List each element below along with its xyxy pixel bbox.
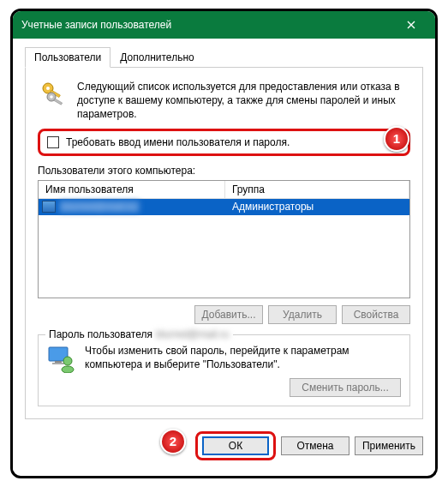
password-legend: Пароль пользователя blurred@mail.ru [45,328,233,340]
tab-users[interactable]: Пользователи [25,47,111,68]
user-row[interactable]: blurred@mail.ru Администраторы [39,199,409,215]
group-cell: Администраторы [225,201,409,213]
cancel-button[interactable]: Отмена [281,436,349,455]
ok-button[interactable]: ОК [202,436,269,455]
dialog-window: Учетные записи пользователей Пользовател… [10,9,438,478]
change-password-button[interactable]: Сменить пароль... [290,378,401,397]
annotation-badge-1: 1 [384,126,409,152]
username-value: blurred@mail.ru [59,201,140,213]
intro-row: Следующий список используется для предос… [38,80,410,122]
close-button[interactable] [396,13,427,37]
remove-button[interactable]: Удалить [268,305,337,324]
password-legend-user: blurred@mail.ru [156,328,230,340]
listview-header: Имя пользователя Группа [39,181,409,199]
svg-rect-5 [54,99,63,105]
password-legend-prefix: Пароль пользователя [49,328,152,340]
close-icon [407,21,415,29]
password-text: Чтобы изменить свой пароль, перейдите к … [85,344,401,371]
dialog-body: Пользователи Дополнительно Следующий спи… [13,39,435,471]
intro-text: Следующий список используется для предос… [77,80,410,122]
window-title: Учетные записи пользователей [21,19,171,31]
apply-button[interactable]: Применить [355,436,423,455]
monitor-icon [42,201,56,213]
column-group[interactable]: Группа [225,181,409,199]
user-buttons-row: Добавить... Удалить Свойства [38,305,410,324]
svg-rect-8 [52,363,64,364]
properties-button[interactable]: Свойства [342,305,410,324]
tab-strip: Пользователи Дополнительно [25,47,423,68]
add-button[interactable]: Добавить... [194,305,263,324]
titlebar: Учетные записи пользователей [13,11,435,39]
change-password-row: Сменить пароль... [85,378,401,397]
user-monitor-icon [47,344,76,373]
password-fieldset: Пароль пользователя blurred@mail.ru Чтоб… [38,334,410,406]
user-cell: blurred@mail.ru [39,201,225,213]
users-list-label: Пользователи этого компьютера: [38,165,410,177]
require-password-checkbox[interactable] [47,136,59,148]
tab-advanced[interactable]: Дополнительно [111,47,203,67]
ok-highlight: 2 ОК [195,431,276,460]
password-text-wrap: Чтобы изменить свой пароль, перейдите к … [85,344,401,397]
require-password-label: Требовать ввод имени пользователя и паро… [66,136,290,148]
users-listview[interactable]: Имя пользователя Группа blurred@mail.ru … [38,180,410,298]
dialog-buttons-row: 2 ОК Отмена Применить [25,431,423,460]
svg-rect-7 [55,361,62,363]
svg-point-9 [63,357,72,365]
password-body: Чтобы изменить свой пароль, перейдите к … [47,344,401,397]
svg-point-10 [62,366,74,373]
column-username[interactable]: Имя пользователя [39,181,225,199]
annotation-badge-2: 2 [160,429,186,454]
svg-point-1 [46,87,50,90]
tab-panel-users: Следующий список используется для предос… [25,68,423,419]
require-password-highlight: Требовать ввод имени пользователя и паро… [38,129,410,156]
keys-icon [38,80,69,111]
svg-point-4 [50,95,53,99]
